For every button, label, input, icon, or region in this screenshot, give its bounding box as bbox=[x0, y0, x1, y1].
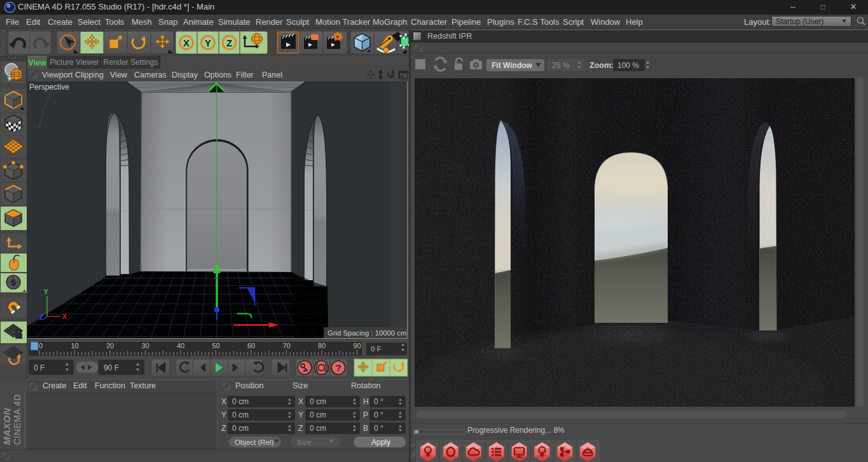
svg-text:Z: Z bbox=[221, 424, 226, 433]
svg-text:0 cm: 0 cm bbox=[232, 411, 249, 419]
svg-text:100 %: 100 % bbox=[617, 61, 639, 70]
svg-text:90 F: 90 F bbox=[104, 363, 119, 372]
svg-text:Y: Y bbox=[44, 289, 48, 296]
svg-text:0 cm: 0 cm bbox=[310, 397, 326, 406]
svg-text:0 °: 0 ° bbox=[374, 397, 383, 406]
svg-text:CINEMA 4D: CINEMA 4D bbox=[12, 394, 22, 445]
svg-text:Z: Z bbox=[39, 314, 43, 321]
svg-text:90: 90 bbox=[353, 342, 361, 350]
svg-text:X: X bbox=[221, 397, 226, 406]
svg-text:X: X bbox=[62, 313, 67, 320]
svg-text:20: 20 bbox=[106, 342, 114, 350]
svg-text:P: P bbox=[363, 411, 368, 419]
svg-text:?: ? bbox=[335, 362, 341, 373]
svg-text:B: B bbox=[363, 424, 368, 433]
svg-text:40: 40 bbox=[177, 342, 184, 350]
svg-text:10: 10 bbox=[71, 342, 78, 350]
svg-text:X: X bbox=[183, 37, 189, 48]
svg-text:S: S bbox=[11, 278, 17, 287]
svg-text:25 %: 25 % bbox=[552, 61, 570, 70]
svg-text:Y: Y bbox=[205, 37, 211, 48]
svg-text:Zoom:: Zoom: bbox=[589, 61, 614, 70]
svg-text:0 cm: 0 cm bbox=[310, 424, 326, 433]
svg-text:Size: Size bbox=[297, 438, 311, 446]
svg-text:Y: Y bbox=[221, 411, 226, 419]
svg-text:Y: Y bbox=[298, 411, 303, 419]
svg-text:0 F: 0 F bbox=[371, 345, 382, 353]
svg-text:0 °: 0 ° bbox=[374, 424, 383, 433]
svg-text:0 F: 0 F bbox=[34, 363, 45, 372]
svg-text:Object (Rel): Object (Rel) bbox=[235, 438, 274, 446]
svg-text:80: 80 bbox=[318, 342, 326, 350]
svg-text:30: 30 bbox=[141, 342, 149, 350]
svg-text:0 cm: 0 cm bbox=[310, 411, 326, 419]
svg-text:50: 50 bbox=[212, 342, 219, 350]
svg-text:0 °: 0 ° bbox=[374, 411, 383, 419]
svg-text:60: 60 bbox=[247, 342, 255, 350]
svg-text:Z: Z bbox=[298, 424, 303, 433]
svg-text:0 cm: 0 cm bbox=[232, 397, 249, 406]
svg-text:X: X bbox=[298, 397, 303, 406]
svg-text:Apply: Apply bbox=[371, 438, 390, 447]
svg-text:0: 0 bbox=[39, 342, 43, 350]
svg-text:Z: Z bbox=[226, 37, 232, 48]
svg-text:Perspective: Perspective bbox=[29, 83, 69, 92]
svg-text:H: H bbox=[363, 397, 369, 406]
svg-text:70: 70 bbox=[282, 342, 290, 350]
svg-text:Fit Window: Fit Window bbox=[492, 61, 533, 70]
svg-text:MAXON: MAXON bbox=[1, 407, 12, 445]
svg-text:0 cm: 0 cm bbox=[232, 424, 249, 433]
svg-text:Grid Spacing : 10000 cm: Grid Spacing : 10000 cm bbox=[327, 329, 406, 337]
